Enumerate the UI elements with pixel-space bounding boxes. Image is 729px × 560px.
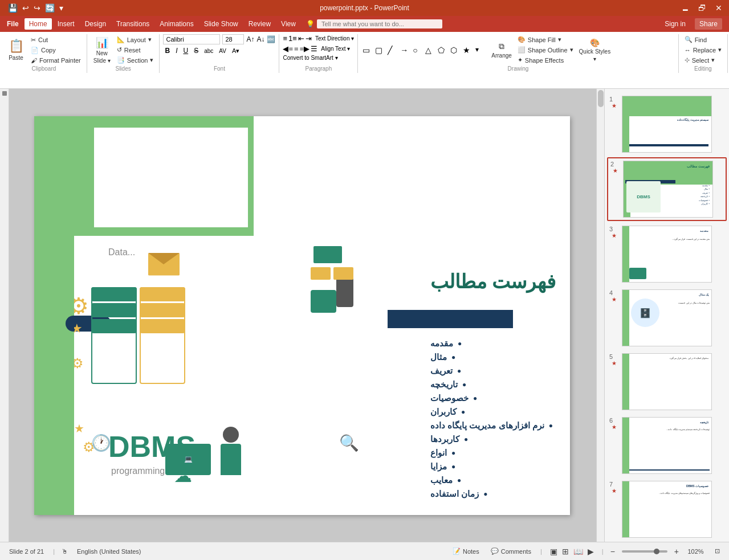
align-right-btn[interactable]: =▶ [300,44,310,53]
arrange-button[interactable]: ⧉ Arrange [489,35,514,66]
ribbon-group-clipboard: 📋 Paste ✂Cut 📄Copy 🖌Format Painter Clipb… [1,34,87,73]
db-outline-1 [91,287,137,384]
hier-right [333,267,353,280]
decrease-font-btn[interactable]: A↓ [256,35,264,43]
shape-outline-button[interactable]: ⬜Shape Outline▾ [515,45,576,55]
increase-font-btn[interactable]: A↑ [246,35,254,43]
menu-animations[interactable]: Animations [155,18,198,30]
section-button[interactable]: 📑Section▾ [115,55,156,65]
thumbnail-5[interactable]: 5 ★ محتوای اسلاید ۵ در این بخش قرار می‌گ… [607,351,727,412]
align-text-button[interactable]: Align Text ▾ [321,46,350,52]
thumbnail-1[interactable]: 1 ★ سیستم مدیریت پایگاه داده [607,93,727,155]
replace-button[interactable]: ↔Replace▾ [682,45,724,55]
zoom-slider[interactable] [622,550,667,553]
normal-view-btn[interactable]: ▣ [549,546,559,557]
align-left-btn[interactable]: ◀= [283,44,293,53]
menu-design[interactable]: Design [80,18,111,30]
menu-transitions[interactable]: Transitions [112,18,154,30]
font-color-btn[interactable]: A▾ [230,47,241,55]
thumbnail-6[interactable]: 6 ★ تاریخچه توضیحات تاریخچه سیستم مدیریت… [607,415,727,476]
oval-shape[interactable]: ○ [413,46,424,55]
clear-formatting-btn[interactable]: 🔤 [267,35,275,43]
italic-button[interactable]: I [174,46,179,55]
triangle-shape[interactable]: △ [425,46,437,55]
cut-button[interactable]: ✂Cut [28,35,83,45]
shape-effects-button[interactable]: ✦Shape Effects [515,55,576,65]
font-name-input[interactable] [163,34,220,44]
slideshow-btn[interactable]: ▶ [587,546,595,557]
menu-slideshow[interactable]: Slide Show [199,18,243,30]
shadow-button[interactable]: abc [202,47,215,55]
slide-sorter-btn[interactable]: ⊞ [561,546,570,557]
copy-button[interactable]: 📄Copy [28,46,83,55]
tell-me-input[interactable] [317,19,442,28]
redo-icon[interactable]: ↪ [32,2,42,14]
sign-in-button[interactable]: Sign in [660,18,690,30]
star-shape[interactable]: ★ [463,46,474,55]
increase-indent-btn[interactable]: ⇥ [306,34,312,43]
format-painter-button[interactable]: 🖌Format Painter [28,56,83,65]
hier-left [311,267,331,280]
thumb-img-5: محتوای اسلاید ۵ در این بخش قرار می‌گیرد. [622,353,712,410]
select-button[interactable]: ⊹Select▾ [682,55,724,65]
menu-home[interactable]: Home [25,18,52,30]
menu-view[interactable]: View [276,18,300,30]
minimize-button[interactable]: 🗕 [679,3,691,13]
text-direction-button[interactable]: Text Direction ▾ [315,35,354,42]
slide-title[interactable]: فهرست مطالب [430,270,556,293]
zoom-out-btn[interactable]: − [610,547,615,556]
line-shape[interactable]: ╱ [388,46,399,55]
pentagon-shape[interactable]: ⬠ [438,46,449,55]
find-button[interactable]: 🔍Find [682,35,724,44]
new-slide-button[interactable]: 📊 New Slide ▾ [91,35,113,66]
scroll-thumb[interactable] [598,90,604,107]
rounded-rect-shape[interactable]: ▢ [375,46,386,55]
fit-to-window-btn[interactable]: ⊡ [712,546,722,556]
more-icon[interactable]: ▾ [58,2,64,14]
menu-file[interactable]: File [2,18,23,30]
hexagon-shape[interactable]: ⬡ [450,46,462,55]
clipboard-label: Clipboard [5,66,83,73]
autosave-icon[interactable]: 🔄 [44,2,56,14]
thumbnail-4[interactable]: 4 ★ یک مثال 🗄️ متن توضیحات مثال در این ق… [607,287,727,349]
arrow-shape[interactable]: → [400,46,412,55]
zoom-thumb[interactable] [654,549,659,554]
comments-button[interactable]: 💬 Comments [488,546,533,556]
reading-view-btn[interactable]: 📖 [572,546,584,557]
decrease-indent-btn[interactable]: ⇤ [298,34,304,43]
share-button[interactable]: Share [695,18,722,30]
underline-button[interactable]: U [181,46,190,55]
save-icon[interactable]: 💾 [7,2,19,14]
shape-fill-button[interactable]: 🎨Shape Fill▾ [515,35,576,44]
rectangle-shape[interactable]: ▭ [363,46,374,55]
title-bar: 💾 ↩ ↪ 🔄 ▾ powerpoint.pptx - PowerPoint 🗕… [0,0,729,16]
zoom-in-btn[interactable]: + [674,547,679,556]
scroll-up-btn[interactable] [2,91,7,96]
align-center-btn[interactable]: = [294,44,299,53]
bold-button[interactable]: B [163,46,172,55]
justify-btn[interactable]: ☰ [311,44,317,53]
numbering-button[interactable]: 1≡ [288,34,297,43]
font-size-input[interactable] [222,34,244,44]
quick-styles-button[interactable]: 🎨 Quick Styles ▾ [577,35,613,66]
notes-button[interactable]: 📝 Notes [450,546,482,556]
thumbnail-7[interactable]: 7 ★ خصوصیات DBMS خصوصیات و ویژگی‌های سیس… [607,479,727,540]
more-shapes[interactable]: ▾ [475,46,487,55]
thumbnail-3[interactable]: 3 ★ مقدمه متن مقدمه در این قسمت قرار می‌… [607,223,727,285]
strikethrough-button[interactable]: S [192,46,200,55]
vertical-scrollbar[interactable] [596,89,604,542]
reset-button[interactable]: ↺Reset [115,45,156,55]
thumbnail-2[interactable]: 2 ★ فهرست مطالب DBMS • مقدمه• مثال• تعری… [607,157,727,221]
layout-button[interactable]: 📐Layout▾ [115,35,156,44]
bullets-button[interactable]: ≡ [283,34,287,43]
character-spacing-btn[interactable]: AV [217,47,228,55]
menu-insert[interactable]: Insert [53,18,79,30]
menu-review[interactable]: Review [244,18,275,30]
slide-canvas[interactable]: فهرست مطالب Data... DBMS programming [34,116,570,515]
paste-button[interactable]: 📋 Paste [5,35,27,66]
undo-icon[interactable]: ↩ [21,2,30,14]
convert-smartart-button[interactable]: Convert to SmartArt ▾ [283,55,337,61]
gear-icon-small: ⚙ [74,355,84,371]
maximize-button[interactable]: 🗗 [696,3,708,13]
close-button[interactable]: ✕ [713,3,724,13]
